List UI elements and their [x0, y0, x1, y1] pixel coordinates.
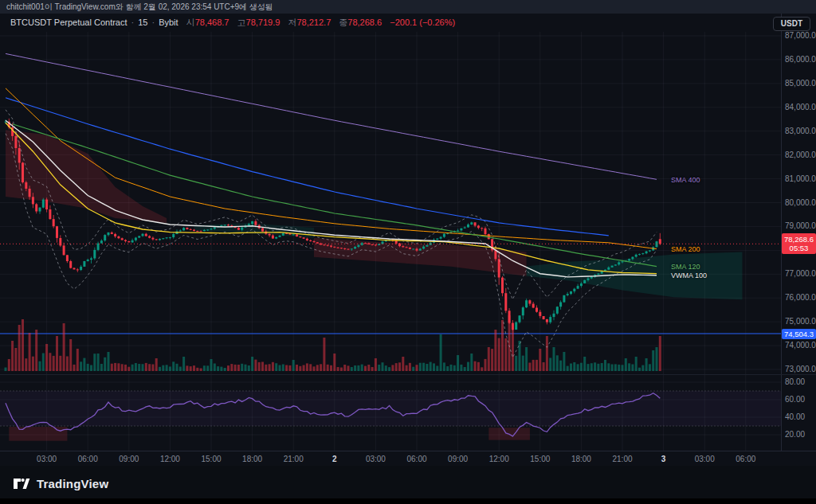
last-price-badge: 78,268.6 05:53 [782, 233, 816, 254]
tradingview-snapshot: { "attribution": { "text": "chitchit001이… [0, 0, 816, 504]
ohlc-low: 저78,212.7 [288, 18, 331, 27]
time-axis[interactable] [0, 451, 816, 466]
ohlc-high: 고78,719.9 [237, 18, 280, 27]
last-price-value: 78,268.6 [782, 235, 816, 244]
currency-toggle-button[interactable]: USDT [773, 17, 810, 31]
tradingview-logo[interactable]: TradingView [13, 475, 108, 492]
candles [5, 119, 661, 330]
high-value: 78,719.9 [246, 18, 280, 27]
tradingview-logo-icon [13, 475, 30, 492]
change-value: −200.1 (−0.26%) [390, 18, 455, 27]
separator: · [151, 18, 155, 27]
volume-bars [5, 315, 661, 371]
grid [0, 32, 781, 451]
alert-price-value: 74,504.3 [784, 330, 814, 338]
open-value: 78,468.7 [195, 18, 230, 27]
ohlc-open: 시78,468.7 [186, 18, 230, 27]
close-label: 종 [339, 18, 347, 27]
tradingview-logo-text: TradingView [37, 477, 108, 490]
low-label: 저 [288, 18, 296, 27]
bottom-strip [0, 498, 816, 504]
alert-price-badge: 74,504.3 [782, 329, 816, 339]
ohlc-close: 종78,268.6 [339, 18, 382, 27]
low-value: 78,212.7 [296, 18, 331, 27]
bollinger-bands [6, 110, 657, 357]
bar-countdown: 05:53 [782, 244, 816, 252]
interval-label[interactable]: 15 [138, 18, 147, 27]
exchange-label[interactable]: Bybit [159, 18, 178, 27]
chart-legend: BTCUSDT Perpetual Contract·15·Bybit 시78,… [10, 17, 455, 29]
high-label: 고 [237, 18, 246, 27]
separator: · [131, 18, 135, 27]
candlestick-chart[interactable] [0, 0, 816, 504]
symbol-title[interactable]: BTCUSDT Perpetual Contract [10, 18, 128, 27]
close-value: 78,268.6 [347, 18, 382, 27]
open-label: 시 [186, 18, 195, 27]
pane-divider[interactable] [0, 374, 816, 375]
attribution-text: chitchit001이 TradingView.com와 함께 2월 02, … [6, 2, 273, 11]
attribution-bar: chitchit001이 TradingView.com와 함께 2월 02, … [0, 0, 816, 14]
